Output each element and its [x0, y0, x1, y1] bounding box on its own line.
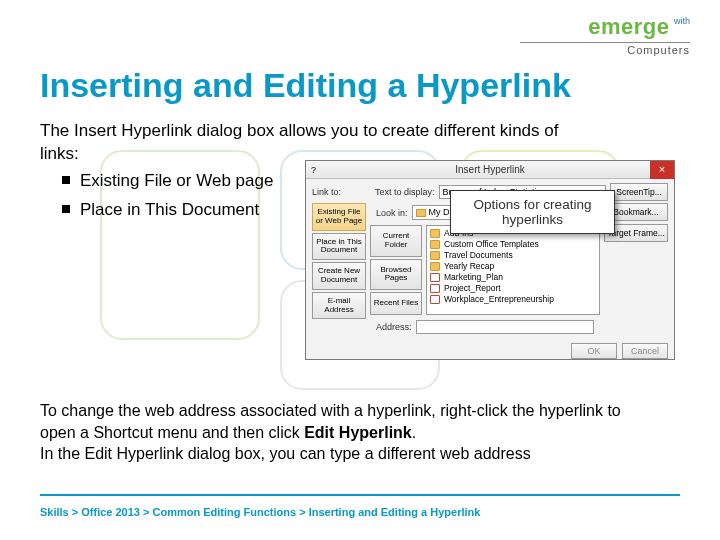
- address-label: Address:: [376, 322, 412, 332]
- divider: [40, 494, 680, 496]
- bullet-text: Existing File or Web page: [80, 170, 273, 193]
- tab-place-in-doc[interactable]: Place in This Document: [312, 233, 366, 261]
- bullet-text: Place in This Document: [80, 199, 259, 222]
- doc-icon: [430, 284, 440, 293]
- logo-text: emerge: [588, 14, 669, 40]
- folder-icon: [430, 262, 440, 271]
- link-to-tabs: Existing File or Web Page Place in This …: [312, 203, 366, 336]
- tab-browsed-pages[interactable]: Browsed Pages: [370, 259, 422, 291]
- address-input[interactable]: [416, 320, 594, 334]
- folder-icon: [430, 240, 440, 249]
- breadcrumb: Skills > Office 2013 > Common Editing Fu…: [40, 506, 480, 518]
- page-title: Inserting and Editing a Hyperlink: [40, 66, 571, 105]
- ok-button[interactable]: OK: [571, 343, 617, 359]
- screentip-button[interactable]: ScreenTip...: [610, 183, 668, 201]
- folder-icon: [430, 251, 440, 260]
- brand-logo: emerge with Computers: [520, 14, 690, 56]
- tab-create-new[interactable]: Create New Document: [312, 262, 366, 290]
- intro-text: The Insert Hyperlink dialog box allows y…: [40, 120, 600, 166]
- tab-existing-file[interactable]: Existing File or Web Page: [312, 203, 366, 231]
- tab-email[interactable]: E-mail Address: [312, 292, 366, 320]
- tab-current-folder[interactable]: Current Folder: [370, 225, 422, 257]
- list-item: Custom Office Templates: [430, 239, 596, 249]
- doc-icon: [430, 295, 440, 304]
- close-button[interactable]: ×: [650, 161, 674, 179]
- text-display-label: Text to display:: [375, 187, 435, 197]
- browse-tabs: Current Folder Browsed Pages Recent File…: [370, 225, 422, 315]
- callout-box: Options for creating hyperlinks: [450, 190, 615, 234]
- bullet-list: Existing File or Web page Place in This …: [40, 170, 300, 228]
- list-item: Marketing_Plan: [430, 272, 596, 282]
- list-item: Travel Documents: [430, 250, 596, 260]
- help-icon[interactable]: ?: [311, 165, 316, 175]
- list-item: Workplace_Entrepreneurship: [430, 294, 596, 304]
- bullet-item: Existing File or Web page: [40, 170, 300, 193]
- doc-icon: [430, 273, 440, 282]
- dialog-titlebar: ? Insert Hyperlink ×: [306, 161, 674, 179]
- link-to-label: Link to:: [312, 187, 341, 197]
- file-list[interactable]: Add-Ins Custom Office Templates Travel D…: [426, 225, 600, 315]
- cancel-button[interactable]: Cancel: [622, 343, 668, 359]
- logo-sub: Computers: [520, 44, 690, 56]
- folder-icon: [430, 229, 440, 238]
- list-item: Project_Report: [430, 283, 596, 293]
- dialog-title: Insert Hyperlink: [455, 164, 524, 175]
- bullet-icon: [62, 205, 70, 213]
- folder-icon: [416, 209, 426, 217]
- list-item: Yearly Recap: [430, 261, 596, 271]
- bullet-item: Place in This Document: [40, 199, 300, 222]
- body-paragraph: To change the web address associated wit…: [40, 400, 660, 465]
- tab-recent-files[interactable]: Recent Files: [370, 292, 422, 315]
- logo-with: with: [674, 16, 690, 26]
- look-in-label: Look in:: [376, 208, 408, 218]
- bullet-icon: [62, 176, 70, 184]
